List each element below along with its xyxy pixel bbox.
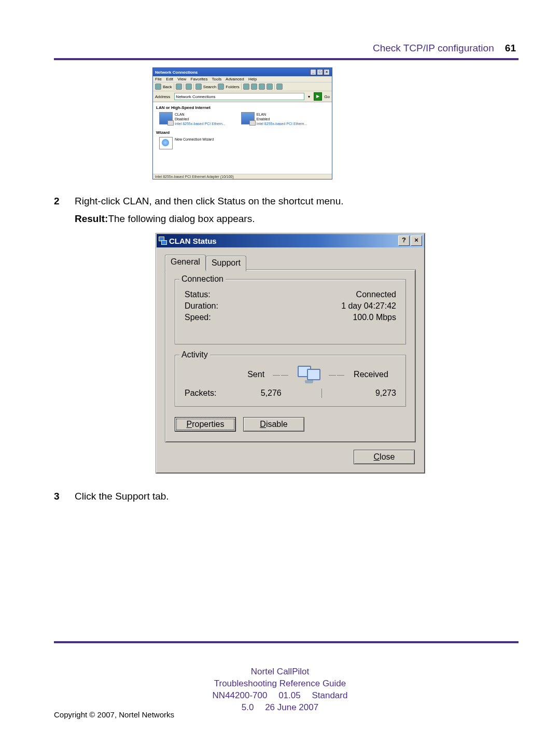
tab-general[interactable]: General <box>165 255 206 270</box>
search-icon[interactable] <box>195 84 202 90</box>
section-wizard: Wizard <box>156 130 329 135</box>
addr-input[interactable] <box>174 93 304 100</box>
wizard-label: New Connection Wizard <box>175 137 214 149</box>
close-icon[interactable]: × <box>324 69 330 75</box>
nc-titlebar[interactable]: Network Connections _ □ × <box>153 68 332 76</box>
clan-state: Disabled <box>175 117 226 121</box>
packets-label: Packets: <box>185 389 236 398</box>
maximize-icon[interactable]: □ <box>317 69 323 75</box>
step-3-text: Click the Support tab. <box>75 489 519 504</box>
duration-label: Duration: <box>185 301 218 311</box>
step-2-text: Right-click CLAN, and then click Status … <box>75 194 519 209</box>
dialog-titlebar[interactable]: CLAN Status ? × <box>157 234 424 247</box>
toolbar-sep3 <box>193 84 194 90</box>
speed-value: 100.0 Mbps <box>353 313 396 322</box>
step-3-number: 3 <box>54 489 75 504</box>
duration-value: 1 day 04:27:42 <box>341 301 396 311</box>
help-button[interactable]: ? <box>398 236 410 246</box>
back-icon[interactable] <box>155 84 161 90</box>
undo-icon[interactable] <box>267 84 273 90</box>
menu-view[interactable]: View <box>177 77 186 81</box>
copyright: Copyright © 2007, Nortel Networks <box>54 710 174 719</box>
dash-left: —— <box>273 370 289 379</box>
forward-icon[interactable] <box>176 84 182 90</box>
elan-detail: Intel 8255x-based PCI Ethern... <box>257 121 307 126</box>
page-number: 61 <box>505 43 516 53</box>
toolbar-sep4 <box>241 84 242 90</box>
folders-icon[interactable] <box>218 84 224 90</box>
nc-window-controls[interactable]: _ □ × <box>310 69 330 75</box>
menu-help[interactable]: Help <box>248 77 257 81</box>
addr-dropdown-icon[interactable]: ▾ <box>306 94 312 99</box>
nc-item-elan[interactable]: ELAN Enabled Intel 8255x-based PCI Ether… <box>241 112 307 126</box>
network-status-icon <box>159 237 167 245</box>
elan-name: ELAN <box>257 112 307 117</box>
up-icon[interactable] <box>186 84 192 90</box>
toolbar-sep <box>174 84 174 90</box>
nc-item-wizard[interactable]: New Connection Wizard <box>159 137 214 149</box>
activity-icon <box>298 366 320 383</box>
menu-favorites[interactable]: Favorites <box>191 77 208 81</box>
section-lan: LAN or High-Speed Internet <box>156 105 329 110</box>
nc-addressbar[interactable]: Address ▾ ▶ Go <box>153 91 332 102</box>
header-title: Check TCP/IP configuration <box>373 43 494 53</box>
step-3: 3 Click the Support tab. <box>54 489 519 504</box>
dash-right: —— <box>329 370 345 379</box>
status-label: Status: <box>185 290 211 299</box>
step-2-result-text: The following dialog box appears. <box>108 213 255 224</box>
status-value: Connected <box>356 290 396 299</box>
bottom-rule <box>54 641 519 643</box>
wizard-icon <box>159 137 173 149</box>
properties-button[interactable]: Properties <box>175 417 236 432</box>
nc-menubar[interactable]: File Edit View Favorites Tools Advanced … <box>153 76 332 82</box>
received-header: Received <box>354 370 388 379</box>
elan-state: Enabled <box>257 117 307 121</box>
delete-icon[interactable] <box>259 84 265 90</box>
menu-tools[interactable]: Tools <box>212 77 222 81</box>
move-icon[interactable] <box>243 84 249 90</box>
clan-name: CLAN <box>175 112 226 117</box>
step-2: 2 Right-click CLAN, and then click Statu… <box>54 194 519 226</box>
footer-l3: NN44200-700 01.05 Standard <box>0 690 560 702</box>
disable-button[interactable]: Disable <box>243 417 304 432</box>
footer-l2: Troubleshooting Reference Guide <box>0 678 560 690</box>
close-dialog-button[interactable]: Close <box>354 450 415 464</box>
dialog-title-text: CLAN Status <box>169 237 217 245</box>
group-activity-legend: Activity <box>179 350 210 359</box>
go-button[interactable]: ▶ <box>314 92 322 101</box>
network-adapter-icon <box>159 112 173 125</box>
network-connections-window: Network Connections _ □ × File Edit View… <box>152 67 332 179</box>
nc-item-clan[interactable]: CLAN Disabled Intel 8255x-based PCI Ethe… <box>159 112 226 126</box>
search-label[interactable]: Search <box>203 85 216 89</box>
menu-advanced[interactable]: Advanced <box>226 77 244 81</box>
toolbar-sep2 <box>184 84 184 90</box>
nc-statusbar: Intel 8255x-based PCI Ethernet Adapter (… <box>153 174 332 179</box>
tab-support[interactable]: Support <box>206 256 246 271</box>
menu-edit[interactable]: Edit <box>166 77 173 81</box>
nc-body: LAN or High-Speed Internet CLAN Disabled… <box>153 102 332 174</box>
sent-header: Sent <box>247 370 264 379</box>
close-button[interactable]: × <box>411 236 422 246</box>
group-activity: Activity Sent —— —— Received <box>175 355 406 407</box>
menu-file[interactable]: File <box>155 77 162 81</box>
addr-label: Address <box>155 94 170 99</box>
clan-status-dialog: CLAN Status ? × General Support Connecti… <box>156 233 425 474</box>
top-rule <box>54 58 519 60</box>
footer-l1: Nortel CallPilot <box>0 666 560 678</box>
nc-toolbar[interactable]: Back Search Folders <box>153 82 332 91</box>
step-2-number: 2 <box>54 194 75 226</box>
group-connection-legend: Connection <box>179 274 226 284</box>
go-label[interactable]: Go <box>324 94 330 99</box>
step-2-result-label: Result: <box>75 213 108 224</box>
packets-sent: 5,276 <box>236 389 322 398</box>
views-icon[interactable] <box>276 84 283 90</box>
toolbar-sep5 <box>274 84 275 90</box>
minimize-icon[interactable]: _ <box>310 69 316 75</box>
copy-icon[interactable] <box>251 84 257 90</box>
tab-page-general: Connection Status: Connected Duration: 1… <box>165 269 416 442</box>
speed-label: Speed: <box>185 313 211 322</box>
back-label[interactable]: Back <box>163 85 172 89</box>
folders-label[interactable]: Folders <box>226 85 240 89</box>
packets-received: 9,273 <box>322 389 397 398</box>
page-header: Check TCP/IP configuration 61 <box>373 43 516 54</box>
